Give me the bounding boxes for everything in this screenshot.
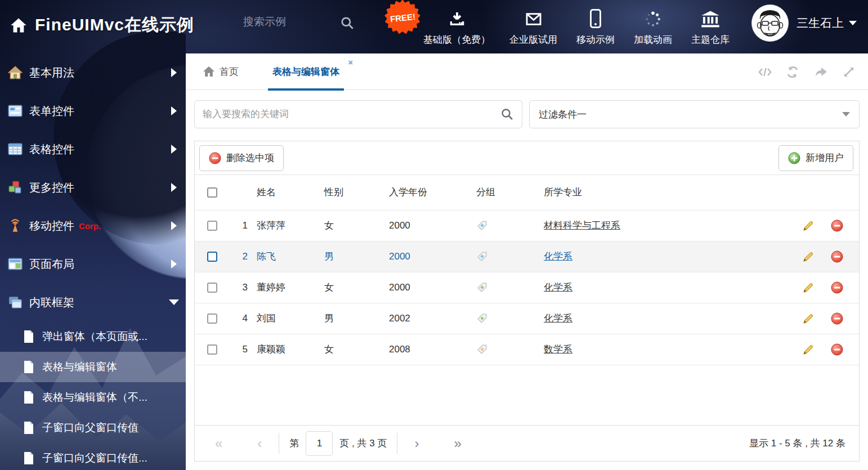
delete-icon[interactable] bbox=[831, 281, 843, 294]
nav-loading-animations[interactable]: 加载动画 bbox=[624, 7, 682, 48]
chevron-right-icon bbox=[171, 183, 177, 192]
delete-icon[interactable] bbox=[831, 220, 843, 232]
sidebar-subitem-popup-window[interactable]: 弹出窗体（本页面或... bbox=[0, 321, 186, 352]
search-icon[interactable] bbox=[500, 108, 514, 121]
table-row[interactable]: 4 刘国 男 2002 化学系 bbox=[195, 303, 859, 334]
avatar[interactable] bbox=[751, 5, 789, 42]
tag-icon bbox=[476, 281, 488, 293]
edit-icon[interactable] bbox=[802, 281, 815, 294]
page-number-input[interactable] bbox=[306, 431, 333, 456]
nav-theme-repository[interactable]: 主题仓库 bbox=[682, 7, 739, 48]
file-icon bbox=[23, 391, 35, 404]
corp-badge: Corp. bbox=[79, 221, 101, 231]
refresh-icon[interactable] bbox=[786, 65, 799, 79]
home-icon bbox=[203, 66, 215, 77]
edit-icon[interactable] bbox=[802, 343, 815, 356]
row-checkbox[interactable] bbox=[207, 314, 217, 324]
nav-label: 主题仓库 bbox=[691, 33, 730, 46]
username: 三生石上 bbox=[797, 15, 844, 31]
keyword-input[interactable] bbox=[203, 109, 500, 120]
first-page-button[interactable]: « bbox=[208, 437, 229, 450]
chevron-right-icon bbox=[171, 106, 177, 115]
nav-label: 基础版（免费） bbox=[423, 33, 490, 46]
row-index: 4 bbox=[230, 303, 257, 334]
chevron-down-icon bbox=[849, 21, 857, 25]
row-checkbox[interactable] bbox=[207, 221, 217, 231]
sidebar-subitem-label: 子窗口向父窗口传值... bbox=[42, 451, 147, 465]
tag-icon bbox=[476, 312, 488, 324]
nav-mobile-demos[interactable]: 移动示例 bbox=[567, 7, 624, 48]
tab-active-underline bbox=[268, 88, 344, 91]
column-group: 分组 bbox=[476, 175, 544, 210]
tag-icon bbox=[476, 343, 488, 355]
cell-year: 2000 bbox=[389, 272, 476, 303]
cell-name: 康颖颖 bbox=[257, 334, 324, 365]
add-user-button[interactable]: 新增用户 bbox=[778, 145, 853, 171]
column-actions bbox=[786, 175, 859, 210]
tab-grid-edit-window[interactable]: 表格与编辑窗体 × bbox=[268, 53, 344, 90]
sidebar-item-form-controls[interactable]: 表单控件 bbox=[0, 92, 186, 130]
cell-name: 董婷婷 bbox=[257, 272, 324, 303]
source-code-icon[interactable] bbox=[758, 65, 771, 79]
sidebar-item-mobile-controls[interactable]: 移动控件 Corp. bbox=[0, 207, 186, 245]
edit-icon[interactable] bbox=[802, 250, 815, 263]
sidebar-subitem-grid-edit-window-2[interactable]: 表格与编辑窗体（不... bbox=[0, 382, 186, 413]
sidebar: 基本用法 表单控件 表格控件 更多控件 移动控件 Corp. 页面布局 bbox=[0, 53, 186, 470]
sidebar-item-grid-controls[interactable]: 表格控件 bbox=[0, 130, 186, 168]
delete-icon[interactable] bbox=[831, 343, 843, 356]
major-link[interactable]: 材料科学与工程系 bbox=[544, 220, 620, 231]
sidebar-item-basic-usage[interactable]: 基本用法 bbox=[0, 53, 186, 92]
last-page-button[interactable]: » bbox=[447, 437, 468, 450]
nav-basic-edition[interactable]: 基础版（免费） bbox=[414, 7, 500, 48]
table-header-row: 姓名 性别 入学年份 分组 所学专业 bbox=[195, 175, 859, 210]
sidebar-item-label: 更多控件 bbox=[29, 180, 74, 195]
table-row[interactable]: 5 康颖颖 女 2008 数学系 bbox=[195, 334, 859, 365]
header-search-input[interactable] bbox=[243, 16, 333, 28]
major-link[interactable]: 数学系 bbox=[544, 344, 572, 355]
cell-name: 陈飞 bbox=[257, 241, 324, 272]
delete-icon[interactable] bbox=[831, 312, 843, 325]
sidebar-item-iframe[interactable]: 内联框架 bbox=[0, 283, 186, 321]
pagination-bar: « ‹ 第 页 , 共 3 页 › » 显示 1 - 5 条 , 共 12 条 bbox=[195, 425, 859, 461]
major-link[interactable]: 化学系 bbox=[544, 251, 572, 262]
sidebar-subitem-child-to-parent-2[interactable]: 子窗口向父窗口传值... bbox=[0, 443, 186, 470]
row-checkbox[interactable] bbox=[207, 283, 217, 293]
app-header: FineUIMvc在线示例 FREE! 基础版（免费） 企业版试用 移动示例 bbox=[0, 0, 868, 53]
data-grid: 姓名 性别 入学年份 分组 所学专业 1 张萍萍 女 2000 材料科学与工程系 bbox=[195, 175, 859, 365]
brand[interactable]: FineUIMvc在线示例 bbox=[10, 14, 194, 37]
major-link[interactable]: 化学系 bbox=[544, 282, 572, 293]
file-icon bbox=[23, 330, 35, 343]
pager-divider bbox=[397, 433, 397, 454]
filter-select[interactable]: 过滤条件一 bbox=[529, 100, 860, 128]
prev-page-button[interactable]: ‹ bbox=[250, 437, 269, 450]
tab-label: 表格与编辑窗体 bbox=[268, 65, 344, 78]
sidebar-subitem-grid-edit-window[interactable]: 表格与编辑窗体 bbox=[0, 352, 186, 382]
major-link[interactable]: 化学系 bbox=[544, 313, 572, 324]
tag-icon bbox=[476, 220, 488, 231]
keyword-search-box[interactable] bbox=[194, 100, 522, 128]
sidebar-item-page-layout[interactable]: 页面布局 bbox=[0, 245, 186, 283]
table-row-selected[interactable]: 2 陈飞 男 2000 化学系 bbox=[195, 241, 859, 272]
select-all-checkbox[interactable] bbox=[207, 187, 217, 198]
header-search-icon[interactable] bbox=[340, 16, 355, 30]
delete-selected-button[interactable]: 删除选中项 bbox=[199, 145, 284, 171]
layout-icon bbox=[8, 257, 23, 271]
expand-icon[interactable] bbox=[842, 65, 856, 79]
edit-icon[interactable] bbox=[802, 220, 815, 232]
row-checkbox[interactable] bbox=[207, 344, 217, 355]
tab-home[interactable]: 首页 bbox=[203, 65, 239, 78]
account-menu[interactable]: 三生石上 bbox=[751, 5, 857, 42]
sidebar-item-more-controls[interactable]: 更多控件 bbox=[0, 168, 186, 207]
cell-gender: 男 bbox=[324, 241, 389, 272]
row-checkbox[interactable] bbox=[207, 252, 217, 262]
next-page-button[interactable]: › bbox=[408, 437, 426, 450]
edit-icon[interactable] bbox=[802, 312, 815, 325]
nav-enterprise-trial[interactable]: 企业版试用 bbox=[500, 7, 567, 48]
sidebar-subitem-child-to-parent[interactable]: 子窗口向父窗口传值 bbox=[0, 413, 186, 443]
table-row[interactable]: 3 董婷婷 女 2000 化学系 bbox=[195, 272, 859, 303]
close-icon[interactable]: × bbox=[348, 58, 353, 66]
delete-icon[interactable] bbox=[831, 250, 843, 263]
share-icon[interactable] bbox=[814, 65, 827, 79]
table-row[interactable]: 1 张萍萍 女 2000 材料科学与工程系 bbox=[195, 210, 859, 241]
chevron-right-icon bbox=[171, 145, 177, 154]
